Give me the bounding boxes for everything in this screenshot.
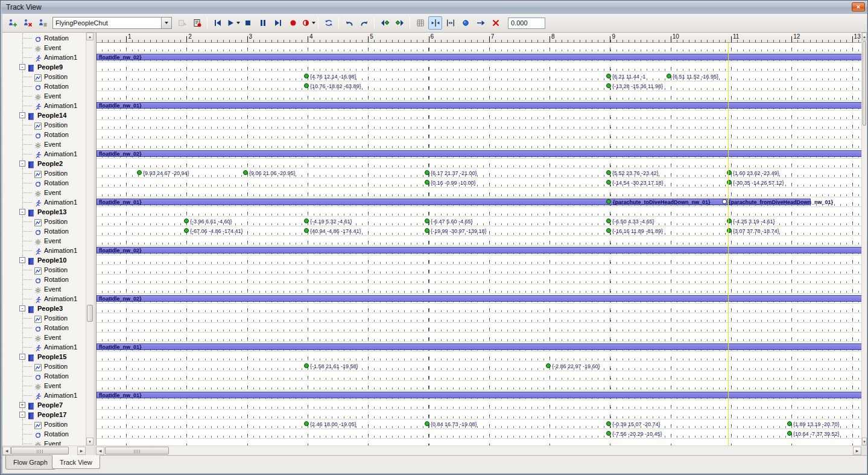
tree-track-position[interactable]: Position bbox=[2, 217, 86, 226]
tree-track-rotation[interactable]: Rotation bbox=[2, 323, 86, 333]
keyframe[interactable] bbox=[606, 180, 611, 185]
animation-clip-bar[interactable]: floatIdle_nw_02} bbox=[97, 54, 861, 60]
snap-magnet-button[interactable] bbox=[458, 16, 472, 30]
snap-grid-button[interactable] bbox=[413, 16, 427, 30]
keyframe[interactable] bbox=[184, 218, 189, 223]
keyframe[interactable] bbox=[787, 431, 792, 436]
go-to-end-button[interactable] bbox=[271, 16, 285, 30]
tree-track-event[interactable]: Event bbox=[2, 188, 86, 197]
scroll-up-icon[interactable]: ▲ bbox=[86, 33, 93, 40]
tree-node-people7[interactable]: +People7 bbox=[2, 400, 86, 410]
tree-track-event[interactable]: Event bbox=[2, 284, 86, 294]
sequence-properties-button[interactable] bbox=[190, 16, 204, 30]
collapse-icon[interactable]: - bbox=[19, 64, 25, 70]
chevron-down-icon[interactable] bbox=[161, 18, 171, 28]
add-sequence-button[interactable] bbox=[5, 16, 19, 30]
tree-track-animation1[interactable]: Animation1 bbox=[2, 53, 86, 62]
tree-track-position[interactable]: Position bbox=[2, 168, 86, 178]
timeline-vertical-scrollbar[interactable]: ▲ ▼ bbox=[861, 33, 867, 445]
keyframe[interactable] bbox=[606, 199, 611, 204]
keyframe[interactable] bbox=[606, 431, 611, 436]
tree-track-event[interactable]: Event bbox=[2, 139, 86, 149]
auto-record-button[interactable] bbox=[301, 16, 315, 30]
delete-keys-button[interactable] bbox=[489, 16, 502, 30]
animation-clip-bar[interactable]: floatIdle_nw_02} bbox=[97, 295, 861, 302]
track-lane-people10[interactable] bbox=[97, 255, 861, 265]
track-lane-people13[interactable] bbox=[97, 207, 861, 217]
track-lane-event[interactable] bbox=[97, 284, 861, 294]
tree-node-people2[interactable]: -People2 bbox=[2, 159, 86, 168]
track-lane-rotation[interactable] bbox=[97, 371, 861, 381]
scale-keys-button[interactable] bbox=[443, 16, 457, 30]
chevron-down-icon[interactable] bbox=[236, 22, 240, 24]
tab-track-view[interactable]: Track View bbox=[52, 455, 100, 469]
stop-button[interactable] bbox=[241, 16, 255, 30]
tree-track-event[interactable]: Event bbox=[2, 91, 86, 101]
redo-button[interactable] bbox=[357, 16, 371, 30]
record-button[interactable] bbox=[286, 16, 300, 30]
keyframe[interactable] bbox=[425, 218, 429, 223]
tree-track-rotation[interactable]: Rotation bbox=[2, 130, 86, 139]
scroll-down-icon[interactable]: ▼ bbox=[862, 438, 867, 445]
keyframe[interactable] bbox=[722, 199, 727, 204]
loop-button[interactable] bbox=[322, 16, 335, 30]
keyframe[interactable] bbox=[667, 74, 671, 78]
undo-button[interactable] bbox=[342, 16, 356, 30]
tree-track-rotation[interactable]: Rotation bbox=[2, 178, 86, 188]
track-lane-position[interactable] bbox=[97, 313, 861, 323]
scrollbar-thumb[interactable] bbox=[863, 41, 866, 126]
track-lane-people14[interactable] bbox=[97, 110, 861, 120]
track-lane-position[interactable]: {9.93 24.67 -20.94}{9.06 21.06 -20.95}{6… bbox=[97, 168, 861, 178]
tree-node-people10[interactable]: -People10 bbox=[2, 255, 86, 265]
track-lane-rotation[interactable] bbox=[97, 323, 861, 333]
track-lane-event[interactable] bbox=[97, 236, 861, 246]
keyframe[interactable] bbox=[606, 74, 611, 78]
current-time-field[interactable] bbox=[508, 18, 545, 29]
tree-track-event[interactable]: Event bbox=[2, 439, 86, 445]
keyframe[interactable] bbox=[425, 180, 429, 185]
sequence-select-combo[interactable]: FlyingPeopleChut bbox=[52, 17, 172, 29]
pause-button[interactable] bbox=[256, 16, 270, 30]
slide-keys-button[interactable] bbox=[474, 16, 487, 30]
scrollbar-thumb[interactable] bbox=[87, 305, 93, 322]
keyframe[interactable] bbox=[606, 228, 611, 233]
track-lane-event[interactable] bbox=[97, 381, 861, 391]
keyframe[interactable] bbox=[606, 218, 611, 223]
tree-node-people15[interactable]: -People15 bbox=[2, 352, 86, 362]
track-lane-animation1[interactable]: floatIdle_nw_02} bbox=[97, 149, 861, 159]
tree-track-animation1[interactable]: Animation1 bbox=[2, 342, 86, 352]
tree-horizontal-scrollbar[interactable]: ◀ ▶ bbox=[2, 445, 86, 455]
collapse-icon[interactable]: - bbox=[19, 112, 25, 118]
collapse-icon[interactable]: - bbox=[19, 161, 25, 167]
keyframe[interactable] bbox=[137, 170, 142, 175]
tree-track-position[interactable]: Position bbox=[2, 265, 86, 275]
keyframe[interactable] bbox=[606, 170, 611, 175]
track-lane-animation1[interactable]: floatIdle_nw_01} bbox=[97, 342, 861, 352]
track-lane-people9[interactable] bbox=[97, 62, 861, 72]
animation-clip-bar[interactable]: floatIdle_nw_02} bbox=[97, 247, 861, 253]
track-lane-people17[interactable] bbox=[97, 410, 861, 419]
keyframe[interactable] bbox=[606, 421, 611, 426]
tree-track-animation1[interactable]: Animation1 bbox=[2, 101, 86, 110]
keyframe[interactable] bbox=[304, 74, 309, 78]
tree-track-event[interactable]: Event bbox=[2, 43, 86, 53]
play-button[interactable] bbox=[226, 16, 239, 30]
track-lane-animation1[interactable]: floatIdle_nw_02} bbox=[97, 53, 861, 62]
track-lane-people7[interactable] bbox=[97, 400, 861, 410]
move-keys-button[interactable] bbox=[428, 16, 442, 30]
scroll-left-icon[interactable]: ◀ bbox=[96, 447, 104, 455]
track-lane-rotation[interactable]: {-7.56 -20.29 -10.45}{10.64 -7.37 39.52} bbox=[97, 429, 861, 439]
tree-node-people9[interactable]: -People9 bbox=[2, 62, 86, 72]
chevron-down-icon[interactable] bbox=[312, 22, 315, 24]
track-lane-people2[interactable] bbox=[97, 159, 861, 168]
keyframe[interactable] bbox=[304, 228, 309, 233]
tree-node-people14[interactable]: -People14 bbox=[2, 110, 86, 120]
tree-track-animation1[interactable]: Animation1 bbox=[2, 149, 86, 159]
scrollbar-thumb[interactable] bbox=[11, 447, 69, 454]
animation-clip-bar[interactable]: floatIdle_nw_02} bbox=[97, 150, 861, 157]
tree-track-rotation[interactable]: Rotation bbox=[2, 33, 86, 43]
tree-track-rotation[interactable]: Rotation bbox=[2, 275, 86, 284]
keyframe[interactable] bbox=[425, 421, 429, 426]
tree-track-animation1[interactable]: Animation1 bbox=[2, 197, 86, 207]
tree-track-position[interactable]: Position bbox=[2, 120, 86, 130]
